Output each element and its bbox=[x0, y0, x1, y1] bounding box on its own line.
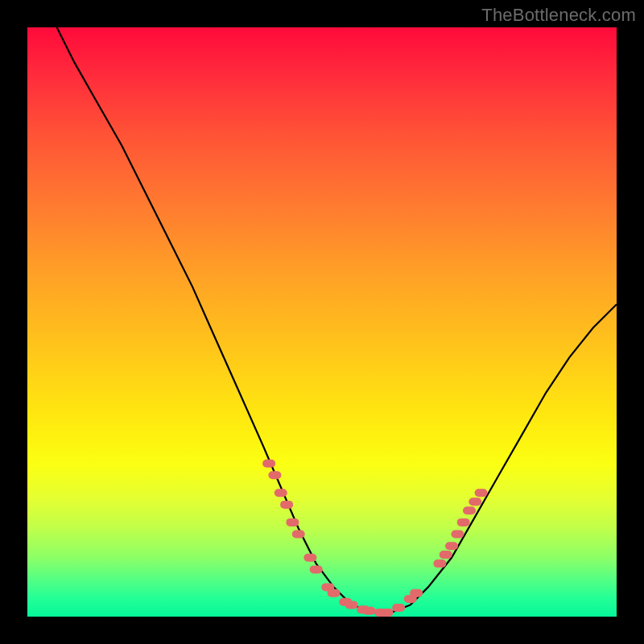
watermark-text: TheBottleneck.com bbox=[481, 5, 636, 26]
curve-marker bbox=[310, 565, 323, 573]
curve-markers bbox=[262, 460, 487, 617]
curve-marker bbox=[363, 607, 376, 615]
curve-marker bbox=[303, 554, 316, 562]
chart-frame: TheBottleneck.com bbox=[0, 0, 644, 644]
curve-marker bbox=[328, 589, 341, 597]
curve-marker bbox=[451, 530, 464, 539]
curve-marker bbox=[345, 601, 358, 609]
curve-marker bbox=[457, 518, 470, 526]
curve-marker bbox=[463, 506, 476, 514]
curve-marker bbox=[286, 518, 299, 526]
curve-marker bbox=[392, 604, 405, 612]
curve-marker bbox=[292, 530, 305, 539]
curve-marker bbox=[475, 489, 488, 497]
curve-marker bbox=[275, 489, 287, 497]
chart-svg bbox=[27, 27, 617, 617]
curve-marker bbox=[381, 609, 394, 617]
bottleneck-curve bbox=[57, 27, 617, 613]
curve-marker bbox=[410, 589, 423, 597]
curve-marker bbox=[268, 471, 281, 479]
curve-marker bbox=[262, 460, 275, 468]
curve-marker bbox=[280, 501, 293, 509]
curve-marker bbox=[445, 542, 458, 550]
curve-marker bbox=[440, 551, 452, 559]
curve-marker bbox=[469, 497, 481, 506]
curve-marker bbox=[433, 559, 446, 568]
